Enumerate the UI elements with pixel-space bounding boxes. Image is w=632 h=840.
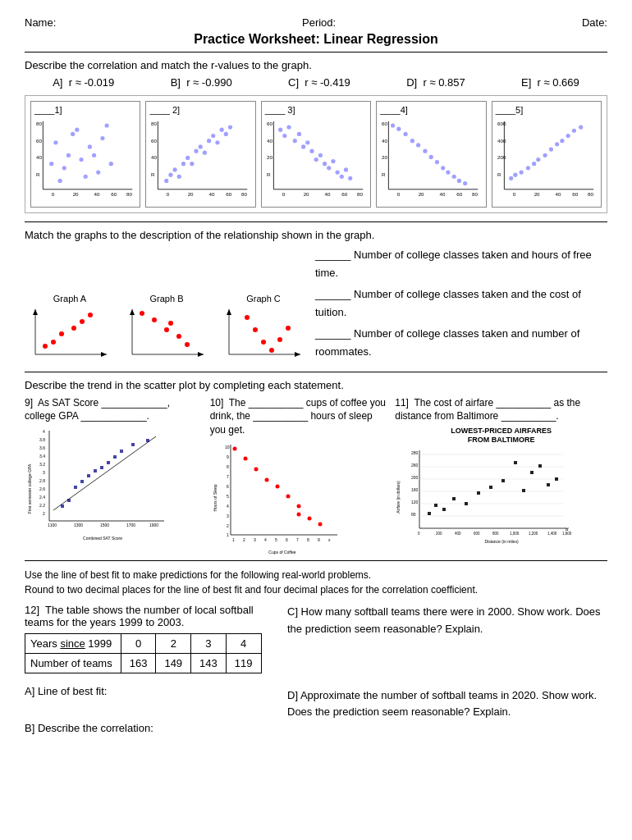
graph-5-label: ____5] [496, 105, 598, 115]
svg-rect-256 [477, 491, 480, 495]
cell-149: 149 [156, 653, 191, 673]
svg-point-49 [216, 140, 220, 144]
svg-text:60: 60 [111, 191, 117, 197]
svg-point-133 [43, 344, 48, 349]
svg-point-15 [88, 144, 92, 148]
svg-point-146 [168, 321, 173, 326]
svg-text:120: 120 [411, 500, 419, 504]
page-title: Practice Worksheet: Linear Regression [25, 32, 607, 47]
svg-text:400: 400 [455, 532, 461, 536]
svg-text:40: 40 [440, 191, 446, 197]
graph-c-svg [222, 305, 305, 363]
svg-rect-187 [113, 455, 117, 459]
match-desc-6: ______ Number of college classes taken a… [315, 246, 607, 282]
svg-text:Airfare (in dollars): Airfare (in dollars) [396, 481, 401, 514]
svg-rect-252 [434, 504, 437, 507]
svg-text:2.2: 2.2 [39, 503, 45, 508]
svg-point-74 [323, 162, 327, 166]
svg-text:80: 80 [588, 191, 593, 197]
svg-text:80: 80 [241, 191, 247, 197]
svg-text:1,000: 1,000 [510, 532, 520, 536]
svg-text:1500: 1500 [100, 523, 109, 527]
svg-point-220 [275, 484, 279, 488]
svg-point-23 [92, 153, 96, 158]
svg-text:400: 400 [497, 138, 506, 144]
svg-point-40 [177, 175, 181, 179]
period-label: Period: [302, 16, 336, 29]
desc-8-text: Number of college classes taken and numb… [315, 327, 579, 358]
desc-6-text: Number of college classes taken and hour… [315, 249, 592, 279]
softball-table: Years since 1999 0 2 3 4 Number of teams… [25, 633, 262, 673]
svg-text:260: 260 [411, 463, 419, 468]
cell-teams-label: Number of teams [25, 653, 121, 673]
sat-chart: First semester college GPA Combined SAT … [25, 427, 168, 541]
svg-point-11 [53, 140, 57, 144]
svg-point-148 [185, 342, 190, 347]
svg-point-71 [309, 149, 314, 153]
svg-rect-253 [442, 508, 446, 511]
svg-text:6: 6 [286, 537, 288, 542]
svg-text:R: R [36, 171, 40, 177]
svg-marker-151 [227, 309, 231, 315]
rvalues-row: A] r ≈ -0.019 B] r ≈ -0.990 C] r ≈ -0.41… [25, 76, 607, 89]
header-2: 2 [156, 633, 191, 653]
divider-4 [25, 560, 607, 561]
svg-point-118 [519, 170, 523, 174]
trend-11-title: 11] The cost of airfare __________ as th… [395, 396, 607, 424]
svg-point-39 [173, 167, 177, 171]
svg-point-122 [543, 153, 547, 158]
rvalue-a: A] r ≈ -0.019 [53, 76, 114, 89]
svg-text:Distance (in miles): Distance (in miles) [485, 539, 519, 544]
svg-text:40: 40 [151, 155, 157, 161]
svg-point-154 [253, 327, 258, 332]
svg-rect-184 [94, 469, 97, 472]
svg-point-72 [314, 158, 318, 162]
svg-text:60: 60 [227, 191, 232, 197]
svg-point-99 [435, 160, 439, 164]
svg-text:5: 5 [275, 537, 277, 542]
section4-instructions: Use the line of best fit to make predict… [25, 568, 607, 597]
svg-point-68 [297, 132, 301, 136]
svg-text:20: 20 [419, 191, 424, 197]
svg-point-100 [441, 166, 445, 170]
section2-instruction: Match the graphs to the description of t… [25, 229, 607, 241]
svg-text:40: 40 [382, 138, 387, 144]
svg-text:Combined SAT Score: Combined SAT Score [83, 536, 122, 541]
match-graph-c: Graph C [218, 294, 309, 365]
svg-point-155 [261, 340, 266, 345]
svg-text:8: 8 [227, 464, 229, 469]
svg-point-16 [96, 170, 100, 174]
svg-point-101 [447, 170, 451, 174]
svg-text:9: 9 [227, 454, 229, 459]
svg-point-147 [176, 334, 181, 339]
graph-3-label: ____ 3] [265, 105, 367, 115]
svg-point-45 [199, 144, 203, 148]
svg-text:7: 7 [227, 474, 229, 479]
graph-c-label: Graph C [218, 294, 309, 304]
graph-1-svg: 80 60 40 R 0 20 40 60 80 [34, 116, 136, 203]
svg-text:20: 20 [267, 155, 272, 161]
divider-3 [25, 372, 607, 372]
date-label: Date: [582, 16, 607, 29]
svg-text:3.6: 3.6 [39, 445, 45, 450]
svg-point-73 [318, 153, 323, 158]
svg-rect-261 [530, 471, 534, 474]
svg-point-125 [560, 139, 564, 143]
svg-point-13 [71, 132, 75, 136]
graph-3: ____ 3] 60 40 20 R 0 20 40 60 80 [261, 101, 371, 208]
rvalue-c: C] r ≈ -0.419 [288, 76, 350, 89]
svg-text:4: 4 [264, 537, 267, 542]
table-data-row: Number of teams 163 149 143 119 [25, 653, 262, 673]
svg-point-121 [536, 158, 540, 162]
svg-point-43 [190, 162, 195, 166]
graph-a-svg [29, 305, 111, 363]
svg-text:60: 60 [382, 121, 387, 126]
rvalue-b: B] r ≈ -0.990 [171, 76, 232, 89]
divider-1 [25, 52, 607, 52]
svg-rect-258 [501, 479, 505, 482]
svg-text:R: R [267, 171, 271, 177]
graph-a-label: Graph A [25, 294, 115, 304]
svg-point-79 [344, 167, 348, 171]
svg-text:0: 0 [282, 191, 286, 197]
svg-rect-264 [555, 477, 558, 481]
